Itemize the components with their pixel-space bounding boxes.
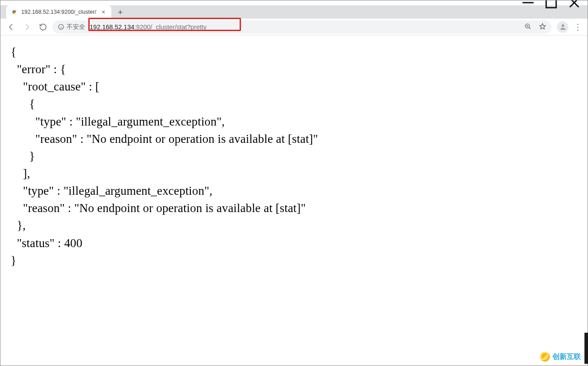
right-edge-strip bbox=[584, 333, 588, 364]
bookmark-star-icon[interactable] bbox=[539, 23, 546, 31]
url-host: 192.168.52.134 bbox=[90, 24, 134, 31]
window-titlebar bbox=[0, 0, 588, 5]
window-close-button[interactable] bbox=[568, 0, 581, 5]
reload-button[interactable] bbox=[36, 20, 50, 34]
window-controls bbox=[521, 0, 587, 5]
new-tab-button[interactable]: + bbox=[114, 6, 126, 19]
tab-strip: 192.168.52.134:9200/_cluster/ × + bbox=[0, 5, 588, 19]
window-minimize-button[interactable] bbox=[521, 0, 535, 5]
svg-rect-1 bbox=[546, 0, 556, 8]
svg-line-8 bbox=[529, 27, 530, 28]
watermark: 创新互联 bbox=[537, 350, 584, 363]
security-chip[interactable]: 不安全 bbox=[58, 23, 85, 31]
svg-point-12 bbox=[561, 24, 564, 27]
address-bar[interactable]: 不安全 192.168.52.134:9200/_cluster/stat?pr… bbox=[52, 20, 552, 34]
browser-toolbar: 不安全 192.168.52.134:9200/_cluster/stat?pr… bbox=[0, 19, 588, 35]
svg-marker-11 bbox=[540, 24, 545, 29]
omnibox-actions bbox=[524, 23, 546, 31]
user-icon bbox=[559, 23, 567, 31]
back-button[interactable] bbox=[4, 20, 18, 34]
browser-tab-active[interactable]: 192.168.52.134:9200/_cluster/ × bbox=[6, 5, 111, 19]
tab-favicon-icon bbox=[11, 8, 18, 16]
window-maximize-button[interactable] bbox=[545, 0, 558, 5]
tab-close-button[interactable]: × bbox=[100, 8, 107, 16]
watermark-icon bbox=[540, 352, 550, 362]
url-path: :9200/_cluster/stat?pretty bbox=[134, 24, 207, 31]
page-content: { "error" : { "root_cause" : [ { "type" … bbox=[0, 35, 588, 277]
profile-avatar-button[interactable] bbox=[557, 21, 568, 33]
forward-button[interactable] bbox=[20, 20, 34, 34]
security-label: 不安全 bbox=[67, 23, 85, 31]
zoom-icon[interactable] bbox=[524, 23, 532, 31]
watermark-text: 创新互联 bbox=[552, 352, 581, 362]
info-icon bbox=[58, 24, 64, 30]
url-text: 192.168.52.134:9200/_cluster/stat?pretty bbox=[90, 24, 207, 31]
kebab-menu-button[interactable]: ⋮ bbox=[572, 22, 584, 32]
tab-title: 192.168.52.134:9200/_cluster/ bbox=[21, 9, 96, 15]
